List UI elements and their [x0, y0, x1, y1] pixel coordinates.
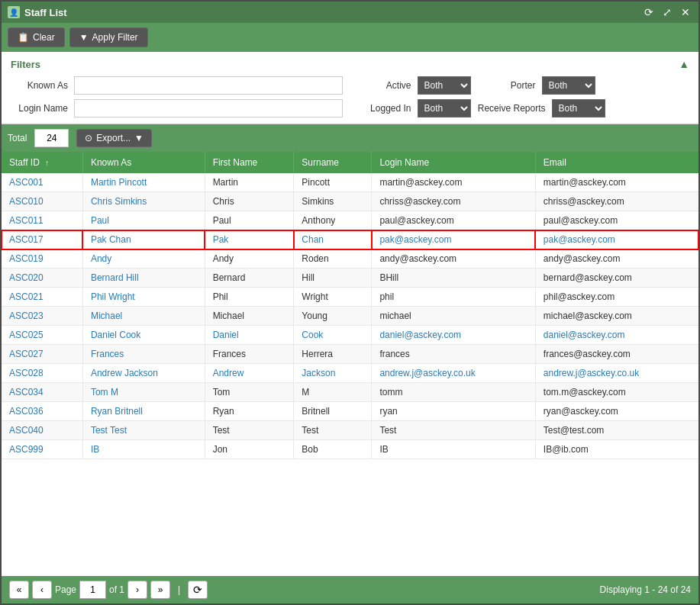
cell-login_name: paul@asckey.com	[372, 211, 535, 230]
table-row[interactable]: ASC017Pak ChanPakChanpak@asckey.compak@a…	[2, 230, 698, 249]
page-number-input[interactable]	[79, 581, 106, 599]
filters-toggle-btn[interactable]: ▲	[679, 58, 689, 70]
table-row[interactable]: ASC034Tom MTomMtommtom.m@asckey.com	[2, 383, 698, 402]
cell-known_as[interactable]: Paul	[82, 211, 205, 230]
cell-email[interactable]: andrew.j@asckey.co.uk	[535, 364, 698, 383]
first-page-btn[interactable]: «	[9, 581, 29, 599]
cell-first_name[interactable]: Andrew	[205, 364, 294, 383]
cell-first_name[interactable]: Daniel	[205, 326, 294, 345]
cell-staff_id[interactable]: ASC019	[2, 249, 82, 269]
total-label: Total	[8, 133, 27, 143]
logged-in-select[interactable]: BothYesNo	[418, 99, 471, 117]
cell-surname[interactable]: Cook	[294, 326, 372, 345]
cell-email[interactable]: daniel@asckey.com	[535, 326, 698, 345]
cell-staff_id[interactable]: ASC020	[2, 269, 82, 288]
table-row[interactable]: ASC011PaulPaulAnthonypaul@asckey.compaul…	[2, 211, 698, 230]
cell-known_as[interactable]: Chris Simkins	[82, 192, 205, 211]
table-row[interactable]: ASC001Martin PincottMartinPincottmartin@…	[2, 173, 698, 192]
export-button[interactable]: ⊙ Export... ▼	[76, 129, 152, 147]
close-btn[interactable]: ✕	[679, 6, 692, 18]
cell-known_as[interactable]: Pak Chan	[82, 230, 205, 249]
cell-login_name[interactable]: pak@asckey.com	[372, 230, 535, 249]
cell-known_as[interactable]: IB	[82, 440, 205, 459]
cell-email: Test@test.com	[535, 421, 698, 440]
prev-page-btn[interactable]: ‹	[32, 581, 52, 599]
cell-login_name: ryan	[372, 402, 535, 421]
cell-staff_id[interactable]: ASC025	[2, 326, 82, 345]
cell-first_name: Andy	[205, 249, 294, 269]
cell-known_as[interactable]: Daniel Cook	[82, 326, 205, 345]
porter-select[interactable]: BothYesNo	[542, 76, 595, 95]
cell-login_name[interactable]: daniel@asckey.com	[372, 326, 535, 345]
login-name-input[interactable]	[74, 99, 343, 117]
table-row[interactable]: ASC019AndyAndyRodenandy@asckey.comandy@a…	[2, 249, 698, 269]
col-surname[interactable]: Surname	[294, 152, 372, 173]
clear-button[interactable]: 📋 Clear	[8, 27, 65, 47]
filters-section: Filters ▲ Known As Active BothYesNo Port…	[2, 52, 698, 124]
cell-staff_id[interactable]: ASC999	[2, 440, 82, 459]
col-login-name[interactable]: Login Name	[372, 152, 535, 173]
table-row[interactable]: ASC020Bernard HillBernardHillBHillbernar…	[2, 269, 698, 288]
cell-staff_id[interactable]: ASC001	[2, 173, 82, 192]
cell-known_as[interactable]: Test Test	[82, 421, 205, 440]
cell-staff_id[interactable]: ASC034	[2, 383, 82, 402]
cell-known_as[interactable]: Bernard Hill	[82, 269, 205, 288]
cell-first_name[interactable]: Pak	[205, 230, 294, 249]
last-page-btn[interactable]: »	[150, 581, 170, 599]
table-row[interactable]: ASC028Andrew JacksonAndrewJacksonandrew.…	[2, 364, 698, 383]
cell-staff_id[interactable]: ASC011	[2, 211, 82, 230]
table-row[interactable]: ASC023MichaelMichaelYoungmichaelmichael@…	[2, 307, 698, 326]
cell-known_as[interactable]: Michael	[82, 307, 205, 326]
table-row[interactable]: ASC010Chris SimkinsChrisSimkinschriss@as…	[2, 192, 698, 211]
cell-surname: Young	[294, 307, 372, 326]
clear-label: Clear	[33, 32, 55, 43]
cell-surname[interactable]: Chan	[294, 230, 372, 249]
displaying-info: Displaying 1 - 24 of 24	[600, 584, 691, 595]
maximize-btn[interactable]: ⤢	[660, 6, 674, 18]
refresh-data-btn[interactable]: ⟳	[188, 581, 208, 599]
cell-first_name: Ryan	[205, 402, 294, 421]
page-label: Page	[55, 584, 76, 595]
table-row[interactable]: ASC036Ryan BritnellRyanBritnellryanryan@…	[2, 402, 698, 421]
cell-staff_id[interactable]: ASC028	[2, 364, 82, 383]
refresh-title-btn[interactable]: ⟳	[642, 6, 656, 18]
cell-known_as[interactable]: Andy	[82, 249, 205, 269]
cell-email[interactable]: pak@asckey.com	[535, 230, 698, 249]
known-as-input[interactable]	[74, 76, 343, 95]
cell-first_name: Jon	[205, 440, 294, 459]
cell-login_name[interactable]: andrew.j@asckey.co.uk	[372, 364, 535, 383]
table-row[interactable]: ASC999IBJonBobIBIB@ib.com	[2, 440, 698, 459]
cell-known_as[interactable]: Ryan Britnell	[82, 402, 205, 421]
logged-in-filter-group: Logged In BothYesNo	[358, 99, 471, 117]
cell-known_as[interactable]: Tom M	[82, 383, 205, 402]
logged-in-label: Logged In	[358, 103, 411, 114]
cell-known_as[interactable]: Frances	[82, 345, 205, 364]
col-staff-id[interactable]: Staff ID ↑	[2, 152, 82, 173]
table-row[interactable]: ASC025Daniel CookDanielCookdaniel@asckey…	[2, 326, 698, 345]
cell-surname[interactable]: Jackson	[294, 364, 372, 383]
cell-known_as[interactable]: Phil Wright	[82, 288, 205, 307]
receive-reports-select[interactable]: BothYesNo	[552, 99, 605, 117]
cell-staff_id[interactable]: ASC023	[2, 307, 82, 326]
table-row[interactable]: ASC027FrancesFrancesHerrerafrancesfrance…	[2, 345, 698, 364]
col-first-name[interactable]: First Name	[205, 152, 294, 173]
col-email[interactable]: Email	[535, 152, 698, 173]
table-container[interactable]: Staff ID ↑ Known As First Name Surname L…	[2, 152, 698, 576]
active-select[interactable]: BothYesNo	[418, 76, 471, 95]
cell-known_as[interactable]: Andrew Jackson	[82, 364, 205, 383]
cell-staff_id[interactable]: ASC017	[2, 230, 82, 249]
col-known-as[interactable]: Known As	[82, 152, 205, 173]
cell-staff_id[interactable]: ASC040	[2, 421, 82, 440]
filters-title: Filters	[11, 59, 40, 70]
cell-staff_id[interactable]: ASC021	[2, 288, 82, 307]
staff-table: Staff ID ↑ Known As First Name Surname L…	[2, 152, 698, 459]
apply-filter-button[interactable]: ▼ Apply Filter	[69, 27, 148, 47]
cell-staff_id[interactable]: ASC010	[2, 192, 82, 211]
cell-staff_id[interactable]: ASC027	[2, 345, 82, 364]
total-value: 24	[34, 129, 69, 147]
cell-staff_id[interactable]: ASC036	[2, 402, 82, 421]
table-row[interactable]: ASC040Test TestTestTestTestTest@test.com	[2, 421, 698, 440]
next-page-btn[interactable]: ›	[127, 581, 147, 599]
cell-known_as[interactable]: Martin Pincott	[82, 173, 205, 192]
table-row[interactable]: ASC021Phil WrightPhilWrightphilphil@asck…	[2, 288, 698, 307]
